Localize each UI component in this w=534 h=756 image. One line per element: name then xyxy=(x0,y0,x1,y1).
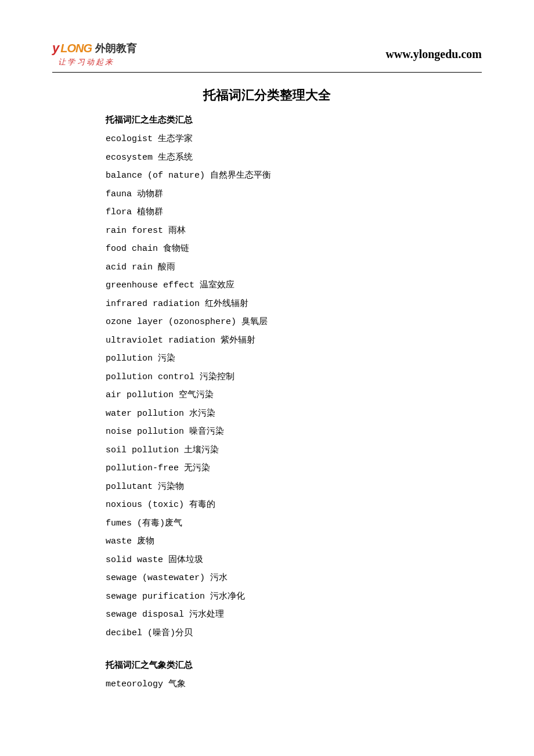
vocab-entry: acid rain 酸雨 xyxy=(106,258,482,277)
vocab-entry: ozone layer (ozonosphere) 臭氧层 xyxy=(106,313,482,332)
vocab-entry: air pollution 空气污染 xyxy=(106,386,482,405)
vocab-entry: sewage purification 污水净化 xyxy=(106,588,482,606)
logo-block: y LONG 外朗教育 让 学 习 动 起 来 xyxy=(52,41,137,67)
vocab-entry: pollution 污染 xyxy=(106,350,482,368)
vocab-entry: ultraviolet radiation 紫外辐射 xyxy=(106,332,482,350)
logo-icon: y xyxy=(52,41,59,56)
vocab-entry: greenhouse effect 温室效应 xyxy=(106,276,482,295)
vocab-entry: water pollution 水污染 xyxy=(106,405,482,423)
vocab-entry: noxious (toxic) 有毒的 xyxy=(106,496,482,514)
document-content: 托福词汇之生态类汇总 ecologist 生态学家 ecosystem 生态系统… xyxy=(52,114,482,694)
vocab-entry: food chain 食物链 xyxy=(106,240,482,258)
document-title: 托福词汇分类整理大全 xyxy=(52,87,482,104)
vocab-entry: waste 废物 xyxy=(106,532,482,551)
vocab-entry: pollution control 污染控制 xyxy=(106,368,482,387)
page-header: y LONG 外朗教育 让 学 习 动 起 来 www.ylongedu.com xyxy=(52,41,482,67)
vocab-entry: solid waste 固体垃圾 xyxy=(106,551,482,570)
section-meteorology: 托福词汇之气象类汇总 meteorology 气象 xyxy=(106,660,482,694)
vocab-entry: infrared radiation 红外线辐射 xyxy=(106,295,482,314)
vocab-entry: fumes (有毒)废气 xyxy=(106,514,482,533)
header-url: www.ylongedu.com xyxy=(385,48,482,61)
vocab-entry: ecosystem 生态系统 xyxy=(106,149,482,167)
section-heading: 托福词汇之生态类汇总 xyxy=(106,114,482,125)
vocab-entry: noise pollution 噪音污染 xyxy=(106,423,482,441)
section-heading: 托福词汇之气象类汇总 xyxy=(106,660,482,671)
vocab-entry: sewage (wastewater) 污水 xyxy=(106,569,482,588)
logo-slogan: 让 学 习 动 起 来 xyxy=(58,57,113,67)
vocab-entry: flora 植物群 xyxy=(106,203,482,222)
logo-row: y LONG 外朗教育 xyxy=(52,41,137,56)
vocab-entry: sewage disposal 污水处理 xyxy=(106,606,482,624)
vocab-entry: fauna 动物群 xyxy=(106,185,482,204)
vocab-entry: soil pollution 土壤污染 xyxy=(106,441,482,460)
vocab-entry: decibel (噪音)分贝 xyxy=(106,624,482,643)
vocab-entry: rain forest 雨林 xyxy=(106,222,482,240)
document-page: y LONG 外朗教育 让 学 习 动 起 来 www.ylongedu.com… xyxy=(0,0,534,746)
logo-text-cn: 外朗教育 xyxy=(95,41,137,55)
vocab-entry: balance (of nature) 自然界生态平衡 xyxy=(106,167,482,185)
vocab-entry: pollutant 污染物 xyxy=(106,478,482,496)
vocab-entry: ecologist 生态学家 xyxy=(106,130,482,149)
header-divider xyxy=(52,72,482,73)
logo-text-en: LONG xyxy=(60,42,92,55)
section-ecology: 托福词汇之生态类汇总 ecologist 生态学家 ecosystem 生态系统… xyxy=(106,114,482,642)
vocab-entry: meteorology 气象 xyxy=(106,675,482,694)
vocab-entry: pollution-free 无污染 xyxy=(106,459,482,478)
